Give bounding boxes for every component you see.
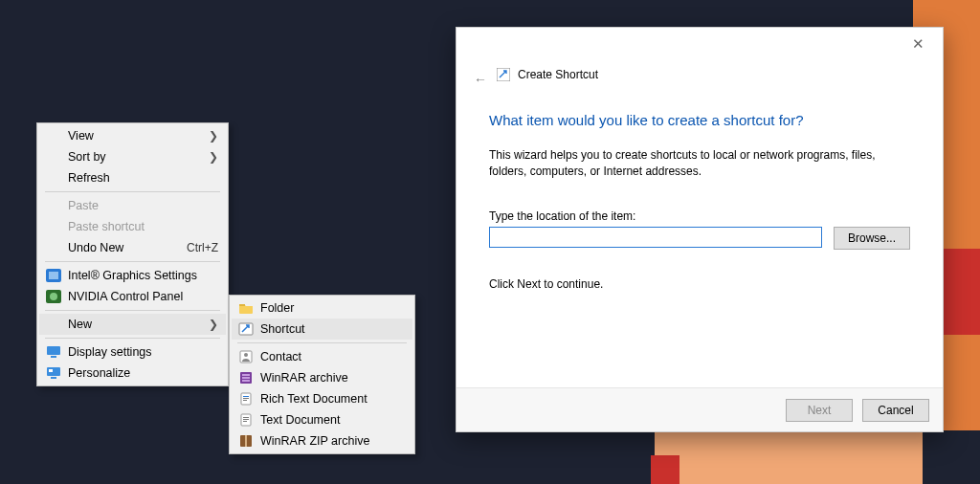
new-folder[interactable]: Folder <box>232 297 412 319</box>
personalize-icon <box>45 365 62 381</box>
menu-label: Refresh <box>68 171 218 185</box>
menu-label: Rich Text Document <box>260 392 405 406</box>
shortcut-icon <box>237 321 255 337</box>
svg-rect-7 <box>49 369 53 372</box>
create-shortcut-dialog: ✕ ← Create Shortcut What item would you … <box>456 27 944 432</box>
menu-display-settings[interactable]: Display settings <box>39 341 226 363</box>
svg-rect-15 <box>242 377 250 379</box>
location-label: Type the location of the item: <box>489 209 910 223</box>
new-shortcut[interactable]: Shortcut <box>232 319 412 340</box>
svg-rect-27 <box>497 68 510 81</box>
svg-rect-24 <box>243 421 247 422</box>
menu-label: WinRAR ZIP archive <box>260 434 405 448</box>
blank-icon <box>45 149 62 165</box>
svg-point-3 <box>50 293 57 300</box>
menu-separator <box>45 338 220 339</box>
menu-separator <box>45 191 220 192</box>
blank-icon <box>45 240 62 255</box>
menu-label: Shortcut <box>260 322 405 336</box>
menu-separator <box>237 342 407 343</box>
blank-icon <box>45 317 62 332</box>
svg-point-12 <box>244 353 248 357</box>
svg-rect-16 <box>242 380 250 382</box>
dialog-footer: Next Cancel <box>457 387 943 431</box>
svg-rect-26 <box>245 435 247 447</box>
menu-label: Display settings <box>68 345 218 359</box>
svg-rect-5 <box>51 356 56 358</box>
menu-label: NVIDIA Control Panel <box>68 290 218 303</box>
svg-rect-20 <box>243 400 247 401</box>
browse-button[interactable]: Browse... <box>834 227 910 250</box>
blank-icon <box>45 198 62 213</box>
desktop-context-menu: View ❯ Sort by ❯ Refresh Paste Paste sho… <box>36 122 229 386</box>
shortcut-icon <box>497 68 510 81</box>
menu-intel-graphics[interactable]: Intel® Graphics Settings <box>39 265 226 286</box>
svg-rect-14 <box>242 374 250 376</box>
menu-label: Contact <box>260 350 405 363</box>
menu-label: Text Document <box>260 413 405 427</box>
continue-hint: Click Next to continue. <box>489 276 910 293</box>
blank-icon <box>45 170 62 186</box>
menu-view[interactable]: View ❯ <box>39 125 226 146</box>
menu-label: View <box>68 129 209 143</box>
menu-label: Personalize <box>68 366 218 380</box>
breadcrumb-title: Create Shortcut <box>518 68 598 81</box>
bg-shape-red-bottom <box>651 455 679 484</box>
display-icon <box>45 344 62 360</box>
svg-rect-18 <box>243 396 249 397</box>
menu-label: Paste <box>68 199 218 212</box>
new-text-document[interactable]: Text Document <box>232 409 412 430</box>
svg-rect-8 <box>51 377 56 379</box>
dialog-heading: What item would you like to create a sho… <box>489 112 910 128</box>
menu-new[interactable]: New ❯ <box>39 314 226 335</box>
svg-rect-1 <box>49 272 58 279</box>
menu-separator <box>45 261 220 262</box>
blank-icon <box>45 128 62 143</box>
svg-rect-9 <box>239 304 245 306</box>
next-button[interactable]: Next <box>786 399 853 422</box>
new-winrar-zip-archive[interactable]: WinRAR ZIP archive <box>232 430 412 451</box>
new-winrar-archive[interactable]: WinRAR archive <box>232 367 412 388</box>
menu-label: Folder <box>260 301 405 315</box>
menu-personalize[interactable]: Personalize <box>39 363 226 384</box>
menu-label: Undo New <box>68 241 164 254</box>
contact-icon <box>237 349 255 364</box>
menu-label: Intel® Graphics Settings <box>68 269 218 282</box>
chevron-right-icon: ❯ <box>209 129 218 143</box>
menu-label: WinRAR archive <box>260 371 405 385</box>
zip-icon <box>237 433 255 449</box>
menu-shortcut: Ctrl+Z <box>187 241 218 254</box>
menu-undo-new[interactable]: Undo New Ctrl+Z <box>39 237 226 258</box>
chevron-right-icon: ❯ <box>209 150 218 164</box>
menu-label: Paste shortcut <box>68 220 218 233</box>
svg-rect-23 <box>243 419 249 420</box>
location-input[interactable] <box>489 227 822 248</box>
chevron-right-icon: ❯ <box>209 318 218 331</box>
svg-rect-22 <box>243 417 249 418</box>
new-contact[interactable]: Contact <box>232 346 412 367</box>
svg-rect-19 <box>243 398 249 399</box>
menu-label: Sort by <box>68 150 209 164</box>
txt-icon <box>237 412 255 428</box>
rtf-icon <box>237 391 255 407</box>
menu-refresh[interactable]: Refresh <box>39 167 226 188</box>
dialog-description: This wizard helps you to create shortcut… <box>489 147 910 181</box>
folder-icon <box>237 300 255 316</box>
close-button[interactable]: ✕ <box>901 32 935 56</box>
new-rich-text-document[interactable]: Rich Text Document <box>232 388 412 409</box>
menu-label: New <box>68 318 209 331</box>
menu-nvidia-control-panel[interactable]: NVIDIA Control Panel <box>39 286 226 307</box>
back-button[interactable]: ← <box>474 72 487 87</box>
menu-sort-by[interactable]: Sort by ❯ <box>39 146 226 167</box>
intel-icon <box>45 268 62 283</box>
menu-separator <box>45 310 220 311</box>
new-submenu: Folder Shortcut Contact WinRAR archive R… <box>229 295 415 454</box>
cancel-button[interactable]: Cancel <box>862 399 929 422</box>
blank-icon <box>45 219 62 234</box>
rar-icon <box>237 370 255 385</box>
breadcrumb: Create Shortcut <box>497 68 598 81</box>
svg-rect-4 <box>47 346 60 355</box>
nvidia-icon <box>45 289 62 304</box>
menu-paste: Paste <box>39 195 226 216</box>
menu-paste-shortcut: Paste shortcut <box>39 216 226 237</box>
